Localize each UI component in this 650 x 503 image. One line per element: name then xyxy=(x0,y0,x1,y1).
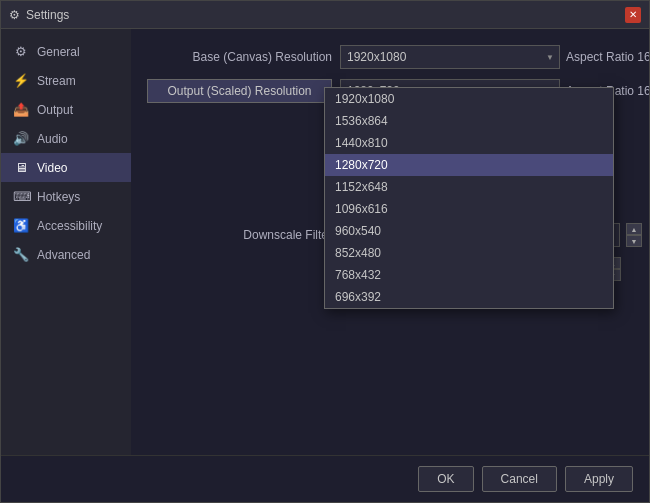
window-title: Settings xyxy=(26,8,69,22)
settings-title-icon: ⚙ xyxy=(9,8,20,22)
output-icon: 📤 xyxy=(13,102,29,117)
dropdown-item-3[interactable]: 1280x720 xyxy=(325,154,613,176)
sidebar-item-output[interactable]: 📤 Output xyxy=(1,95,131,124)
dropdown-item-2[interactable]: 1440x810 xyxy=(325,132,613,154)
audio-icon: 🔊 xyxy=(13,131,29,146)
sidebar-item-stream[interactable]: ⚡ Stream xyxy=(1,66,131,95)
cancel-button[interactable]: Cancel xyxy=(482,466,557,492)
downscale-label: Downscale Filter xyxy=(147,228,332,242)
sidebar-label-stream: Stream xyxy=(37,74,76,88)
general-icon: ⚙ xyxy=(13,44,29,59)
downscale-spin-up[interactable]: ▲ xyxy=(626,223,642,235)
sidebar: ⚙ General ⚡ Stream 📤 Output 🔊 Audio 🖥 Vi… xyxy=(1,29,131,455)
footer: OK Cancel Apply xyxy=(1,455,649,502)
sidebar-label-output: Output xyxy=(37,103,73,117)
close-button[interactable]: ✕ xyxy=(625,7,641,23)
downscale-spin-down[interactable]: ▼ xyxy=(626,235,642,247)
title-bar: ⚙ Settings ✕ xyxy=(1,1,649,29)
sidebar-item-audio[interactable]: 🔊 Audio xyxy=(1,124,131,153)
resolution-dropdown: 1920x1080 1536x864 1440x810 1280x720 115… xyxy=(324,87,614,309)
downscale-spinbuttons: ▲ ▼ xyxy=(626,223,642,247)
dropdown-item-8[interactable]: 768x432 xyxy=(325,264,613,286)
base-aspect-label: Aspect Ratio 16:9 xyxy=(566,50,649,64)
sidebar-label-hotkeys: Hotkeys xyxy=(37,190,80,204)
accessibility-icon: ♿ xyxy=(13,218,29,233)
dropdown-item-6[interactable]: 960x540 xyxy=(325,220,613,242)
ok-button[interactable]: OK xyxy=(418,466,473,492)
hotkeys-icon: ⌨ xyxy=(13,189,29,204)
sidebar-item-video[interactable]: 🖥 Video xyxy=(1,153,131,182)
sidebar-label-advanced: Advanced xyxy=(37,248,90,262)
dropdown-item-7[interactable]: 852x480 xyxy=(325,242,613,264)
base-resolution-control: 1920x1080 Aspect Ratio 16:9 xyxy=(340,45,649,69)
base-resolution-select[interactable]: 1920x1080 xyxy=(340,45,560,69)
base-resolution-label: Base (Canvas) Resolution xyxy=(147,50,332,64)
sidebar-item-hotkeys[interactable]: ⌨ Hotkeys xyxy=(1,182,131,211)
dropdown-item-1[interactable]: 1536x864 xyxy=(325,110,613,132)
output-resolution-label-btn[interactable]: Output (Scaled) Resolution xyxy=(147,79,332,103)
title-bar-left: ⚙ Settings xyxy=(9,8,69,22)
sidebar-label-video: Video xyxy=(37,161,67,175)
sidebar-label-accessibility: Accessibility xyxy=(37,219,102,233)
content-area: Base (Canvas) Resolution 1920x1080 Aspec… xyxy=(131,29,649,455)
base-resolution-select-wrapper: 1920x1080 xyxy=(340,45,560,69)
settings-window: ⚙ Settings ✕ ⚙ General ⚡ Stream 📤 Output… xyxy=(0,0,650,503)
main-content: ⚙ General ⚡ Stream 📤 Output 🔊 Audio 🖥 Vi… xyxy=(1,29,649,455)
dropdown-item-4[interactable]: 1152x648 xyxy=(325,176,613,198)
sidebar-item-accessibility[interactable]: ♿ Accessibility xyxy=(1,211,131,240)
stream-icon: ⚡ xyxy=(13,73,29,88)
base-resolution-row: Base (Canvas) Resolution 1920x1080 Aspec… xyxy=(147,45,649,69)
sidebar-label-general: General xyxy=(37,45,80,59)
sidebar-item-advanced[interactable]: 🔧 Advanced xyxy=(1,240,131,269)
video-icon: 🖥 xyxy=(13,160,29,175)
apply-button[interactable]: Apply xyxy=(565,466,633,492)
advanced-icon: 🔧 xyxy=(13,247,29,262)
sidebar-item-general[interactable]: ⚙ General xyxy=(1,37,131,66)
dropdown-item-9[interactable]: 696x392 xyxy=(325,286,613,308)
dropdown-item-5[interactable]: 1096x616 xyxy=(325,198,613,220)
dropdown-item-0[interactable]: 1920x1080 xyxy=(325,88,613,110)
sidebar-label-audio: Audio xyxy=(37,132,68,146)
